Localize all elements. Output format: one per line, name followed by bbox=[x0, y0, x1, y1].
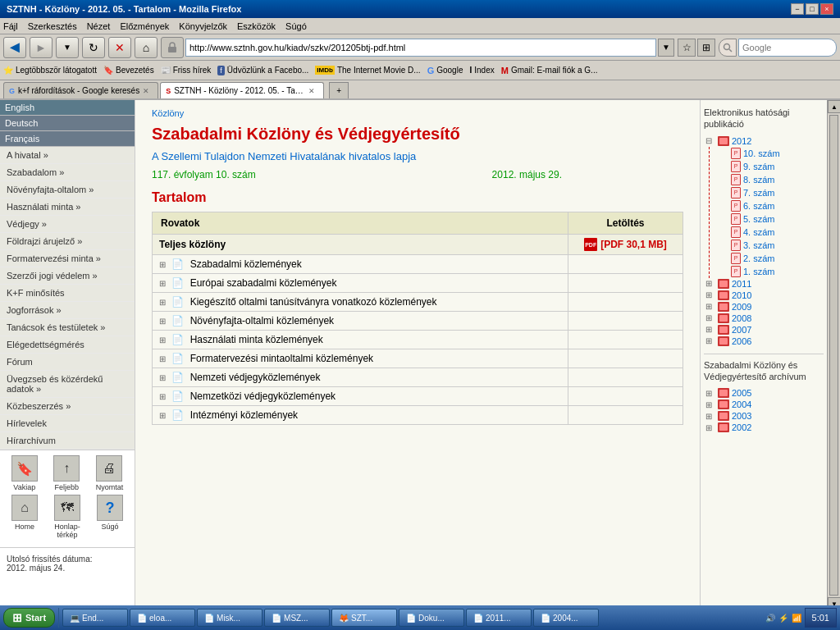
taskbar-item-2[interactable]: 📄 Misk... bbox=[197, 609, 262, 627]
expand-icon[interactable]: ⊞ bbox=[159, 354, 166, 363]
tree-year-2011[interactable]: ⊞ 2011 bbox=[704, 278, 824, 290]
tree-issue-5[interactable]: P 5. szám bbox=[729, 212, 824, 226]
bookmark-gmail[interactable]: M Gmail: E-mail fiók a G... bbox=[501, 66, 598, 75]
expand-icon[interactable]: ⊞ bbox=[159, 411, 166, 420]
menu-help[interactable]: Súgó bbox=[285, 21, 307, 31]
expand-icon[interactable]: ⊞ bbox=[159, 336, 166, 345]
dropdown-button[interactable]: ▼ bbox=[56, 37, 79, 58]
bookmark-index[interactable]: I Index bbox=[469, 66, 494, 75]
tree-year-2010[interactable]: ⊞ 2010 bbox=[704, 290, 824, 301]
year-label-2011[interactable]: 2011 bbox=[732, 279, 751, 289]
nav-icon-vaklap[interactable]: 🔖 Vakiap bbox=[11, 455, 38, 491]
nav-icon-nyomtat[interactable]: 🖨 Nyomtat bbox=[96, 455, 124, 491]
nav-icon-home[interactable]: ⌂ Home bbox=[11, 495, 38, 539]
breadcrumb[interactable]: Közlöny bbox=[152, 108, 683, 118]
vertical-scrollbar[interactable]: ▲ ▼ bbox=[827, 100, 840, 610]
pdf-link-main[interactable]: PDF [PDF 30,1 MB] bbox=[575, 238, 676, 251]
year-label-2008[interactable]: 2008 bbox=[732, 313, 751, 323]
lang-deutsch[interactable]: Deutsch bbox=[0, 116, 135, 131]
menu-edit[interactable]: Szerkesztés bbox=[28, 21, 77, 31]
nav-hirarchivum[interactable]: Hírarchívum bbox=[0, 432, 135, 450]
search-input[interactable] bbox=[738, 39, 837, 57]
menu-bookmarks[interactable]: Könyvjelzők bbox=[179, 21, 227, 31]
taskbar-item-4[interactable]: 🦊 SZT... bbox=[331, 609, 397, 627]
nav-icon-honlap[interactable]: 🗺 Honlap-térkép bbox=[54, 495, 80, 539]
start-button[interactable]: ⊞ Start bbox=[3, 608, 55, 628]
bookmark-facebook[interactable]: f Üdvözlünk a Facebo... bbox=[217, 66, 308, 75]
tab-google[interactable]: G k+f ráfordítások - Google keresés ✕ bbox=[3, 82, 158, 98]
close-button[interactable]: × bbox=[820, 3, 833, 15]
year-label-2003[interactable]: 2003 bbox=[732, 411, 751, 421]
tree-year-2006[interactable]: ⊞ 2006 bbox=[704, 336, 824, 347]
issue-label-4[interactable]: 4. szám bbox=[743, 227, 775, 237]
scroll-thumb[interactable] bbox=[829, 115, 838, 596]
year-label-2002[interactable]: 2002 bbox=[732, 422, 751, 432]
issue-label-6[interactable]: 6. szám bbox=[743, 201, 775, 211]
year-label-2009[interactable]: 2009 bbox=[732, 302, 751, 312]
tree-year-2007[interactable]: ⊞ 2007 bbox=[704, 324, 824, 336]
tree-issue-1[interactable]: P 1. szám bbox=[729, 265, 824, 278]
tab-sztnh[interactable]: S SZTNH - Közlöny - 2012. 05. - Tart... … bbox=[160, 82, 324, 98]
forward-button[interactable]: ► bbox=[30, 37, 52, 58]
scroll-up-button[interactable]: ▲ bbox=[828, 100, 840, 113]
home-button[interactable]: ⌂ bbox=[135, 37, 158, 58]
tree-issue-9[interactable]: P 9. szám bbox=[729, 160, 824, 173]
tree-issue-7[interactable]: P 7. szám bbox=[729, 186, 824, 199]
taskbar-item-1[interactable]: 📄 eloa... bbox=[130, 609, 195, 627]
issue-label-3[interactable]: 3. szám bbox=[743, 240, 775, 250]
taskbar-item-6[interactable]: 📄 2011... bbox=[466, 609, 532, 627]
nav-szabadalom[interactable]: Szabadalom » bbox=[0, 164, 135, 181]
nav-uvegzseb[interactable]: Üvegzseb és közérdekű adatok » bbox=[0, 371, 135, 398]
issue-label-5[interactable]: 5. szám bbox=[743, 214, 775, 224]
taskbar-item-5[interactable]: 📄 Doku... bbox=[399, 609, 464, 627]
tree-year-2009[interactable]: ⊞ 2009 bbox=[704, 301, 824, 313]
expand-icon[interactable]: ⊞ bbox=[159, 298, 166, 307]
back-button[interactable]: ◄ bbox=[3, 37, 26, 58]
tree-year-2003[interactable]: ⊞ 2003 bbox=[704, 410, 824, 422]
row-download-0[interactable]: PDF [PDF 30,1 MB] bbox=[568, 235, 683, 255]
nav-vedjegy[interactable]: Védjegy » bbox=[0, 216, 135, 233]
issue-label-9[interactable]: 9. szám bbox=[743, 162, 775, 171]
new-tab-button[interactable]: + bbox=[329, 82, 349, 98]
maximize-button[interactable]: □ bbox=[806, 3, 819, 15]
year-label-2012[interactable]: 2012 bbox=[732, 136, 751, 146]
issue-label-2[interactable]: 2. szám bbox=[743, 253, 775, 263]
nav-hivatal[interactable]: A hivatal » bbox=[0, 147, 135, 164]
lang-francais[interactable]: Français bbox=[0, 131, 135, 147]
nav-tanacs[interactable]: Tanácsok és testületek » bbox=[0, 319, 135, 336]
tree-issue-3[interactable]: P 3. szám bbox=[729, 239, 824, 252]
nav-szerzoi[interactable]: Szerzői jogi védelem » bbox=[0, 267, 135, 285]
nav-hasznalati[interactable]: Használati minta » bbox=[0, 199, 135, 216]
star-icon[interactable]: ☆ bbox=[678, 39, 696, 57]
nav-elegedettseg[interactable]: Elégedettségmérés bbox=[0, 336, 135, 354]
bookmark-google[interactable]: G Google bbox=[427, 66, 463, 75]
lang-english[interactable]: English bbox=[0, 100, 135, 116]
menu-history[interactable]: Előzmények bbox=[120, 21, 169, 31]
nav-icon-feljebb[interactable]: ↑ Feljebb bbox=[53, 455, 80, 491]
bookmark-bevetetes[interactable]: 🔖 Bevezetés bbox=[103, 66, 154, 75]
bookmark-imdb[interactable]: IMDb The Internet Movie D... bbox=[315, 66, 420, 75]
tree-year-2002[interactable]: ⊞ 2002 bbox=[704, 422, 824, 433]
address-bar[interactable] bbox=[185, 39, 656, 57]
address-dropdown[interactable]: ▼ bbox=[658, 39, 674, 57]
year-label-2010[interactable]: 2010 bbox=[732, 290, 751, 300]
nav-forum[interactable]: Fórum bbox=[0, 354, 135, 371]
expand-icon[interactable]: ⊞ bbox=[159, 317, 166, 326]
stop-button[interactable]: ✕ bbox=[108, 37, 131, 58]
nav-formatervezesi[interactable]: Formatervezési minta » bbox=[0, 250, 135, 267]
issue-label-1[interactable]: 1. szám bbox=[743, 267, 775, 276]
tab-google-close[interactable]: ✕ bbox=[143, 87, 149, 95]
tree-year-2008[interactable]: ⊞ 2008 bbox=[704, 313, 824, 324]
nav-jogforrasok[interactable]: Jogforrások » bbox=[0, 302, 135, 319]
bookmark-friss[interactable]: 📰 Friss hírek bbox=[161, 66, 212, 75]
bookmark-list-icon[interactable]: ⊞ bbox=[697, 39, 715, 57]
nav-novenyfajta[interactable]: Növényfajta-oltalom » bbox=[0, 181, 135, 199]
tree-year-2005[interactable]: ⊞ 2005 bbox=[704, 387, 824, 399]
tree-issue-2[interactable]: P 2. szám bbox=[729, 252, 824, 265]
expand-icon[interactable]: ⊞ bbox=[159, 279, 166, 288]
minimize-button[interactable]: − bbox=[791, 3, 804, 15]
menu-file[interactable]: Fájl bbox=[3, 21, 18, 31]
issue-label-7[interactable]: 7. szám bbox=[743, 188, 775, 198]
search-icon[interactable] bbox=[719, 39, 737, 57]
year-label-2004[interactable]: 2004 bbox=[732, 399, 751, 409]
